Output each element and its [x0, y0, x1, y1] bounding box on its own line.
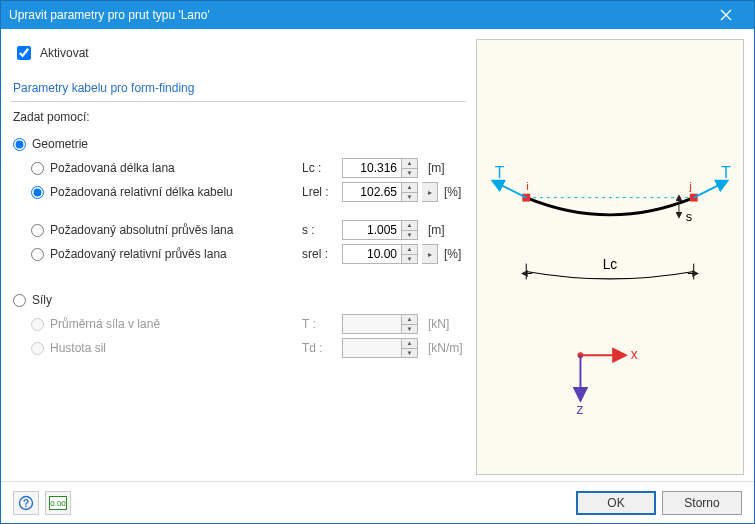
density-input: ▲▼ — [342, 338, 422, 358]
req-rel-len-more-button[interactable]: ▸ — [422, 182, 438, 202]
req-rel-len-label: Požadovaná relativní délka kabelu — [50, 185, 302, 199]
abs-sag-input[interactable]: ▲▼ — [342, 220, 422, 240]
geometry-radio[interactable] — [13, 138, 26, 151]
avg-force-input: ▲▼ — [342, 314, 422, 334]
help-icon: ? — [18, 495, 34, 511]
abs-sag-unit: [m] — [422, 223, 466, 237]
window-title: Upravit parametry pro prut typu 'Lano' — [9, 8, 706, 22]
density-radio — [31, 342, 44, 355]
dialog-window: Upravit parametry pro prut typu 'Lano' A… — [0, 0, 755, 524]
rel-sag-more-button[interactable]: ▸ — [422, 244, 438, 264]
rel-sag-row[interactable]: Požadovaný relativní průvěs lana srel : … — [13, 242, 466, 266]
svg-text:x: x — [631, 347, 638, 362]
svg-text:T: T — [495, 164, 505, 181]
abs-sag-radio[interactable] — [31, 224, 44, 237]
abs-sag-label: Požadovaný absolutní průvěs lana — [50, 223, 302, 237]
req-len-row[interactable]: Požadovaná délka lana Lc : ▲▼ [m] — [13, 156, 466, 180]
cable-diagram: i j T T s Lc x — [477, 40, 743, 493]
units-button[interactable]: 0.00 — [45, 491, 71, 515]
forces-radio[interactable] — [13, 294, 26, 307]
titlebar: Upravit parametry pro prut typu 'Lano' — [1, 1, 754, 29]
rel-sag-input[interactable]: ▲▼ — [342, 244, 422, 264]
req-len-radio[interactable] — [31, 162, 44, 175]
close-icon — [720, 9, 732, 21]
geometry-group: Geometrie Požadovaná délka lana Lc : ▲▼ … — [11, 128, 466, 270]
rel-sag-radio[interactable] — [31, 248, 44, 261]
left-panel: Aktivovat Parametry kabelu pro form-find… — [11, 39, 466, 475]
svg-text:s: s — [686, 209, 692, 224]
svg-line-5 — [694, 183, 724, 198]
content-area: Aktivovat Parametry kabelu pro form-find… — [1, 29, 754, 481]
activate-checkbox[interactable] — [17, 46, 31, 60]
req-rel-len-input[interactable]: ▲▼ — [342, 182, 422, 202]
req-rel-len-radio[interactable] — [31, 186, 44, 199]
density-row: Hustota sil Td : ▲▼ [kN/m] — [13, 336, 466, 360]
svg-text:0.00: 0.00 — [50, 499, 66, 508]
svg-text:?: ? — [23, 498, 29, 509]
svg-text:Lc: Lc — [603, 257, 618, 272]
ok-button[interactable]: OK — [576, 491, 656, 515]
units-icon: 0.00 — [49, 496, 67, 510]
close-button[interactable] — [706, 1, 746, 29]
svg-text:z: z — [576, 402, 583, 417]
forces-group: Síly Průměrná síla v laně T : ▲▼ [kN] — [11, 284, 466, 364]
abs-sag-symbol: s : — [302, 223, 342, 237]
spinner-arrows[interactable]: ▲▼ — [402, 220, 418, 240]
activate-label: Aktivovat — [40, 46, 89, 60]
diagram-panel: i j T T s Lc x — [476, 39, 744, 475]
forces-radio-row[interactable]: Síly — [13, 288, 466, 312]
avg-force-row: Průměrná síla v laně T : ▲▼ [kN] — [13, 312, 466, 336]
rel-sag-label: Požadovaný relativní průvěs lana — [50, 247, 302, 261]
svg-line-4 — [497, 183, 527, 198]
req-rel-len-row[interactable]: Požadovaná relativní délka kabelu Lrel :… — [13, 180, 466, 204]
help-button[interactable]: ? — [13, 491, 39, 515]
avg-force-symbol: T : — [302, 317, 342, 331]
geometry-label: Geometrie — [32, 137, 302, 151]
spinner-arrows[interactable]: ▲▼ — [402, 158, 418, 178]
cancel-button[interactable]: Storno — [662, 491, 742, 515]
spinner-arrows[interactable]: ▲▼ — [402, 182, 418, 202]
req-rel-len-field[interactable] — [342, 182, 402, 202]
spinner-arrows: ▲▼ — [402, 338, 418, 358]
svg-text:j: j — [688, 179, 692, 193]
avg-force-field — [342, 314, 402, 334]
section-title: Parametry kabelu pro form-finding — [11, 77, 466, 102]
avg-force-label: Průměrná síla v laně — [50, 317, 302, 331]
rel-sag-field[interactable] — [342, 244, 402, 264]
geometry-radio-row[interactable]: Geometrie — [13, 132, 466, 156]
forces-label: Síly — [32, 293, 302, 307]
req-len-field[interactable] — [342, 158, 402, 178]
density-symbol: Td : — [302, 341, 342, 355]
req-rel-len-symbol: Lrel : — [302, 185, 342, 199]
spinner-arrows[interactable]: ▲▼ — [402, 244, 418, 264]
req-len-symbol: Lc : — [302, 161, 342, 175]
abs-sag-row[interactable]: Požadovaný absolutní průvěs lana s : ▲▼ … — [13, 218, 466, 242]
density-label: Hustota sil — [50, 341, 302, 355]
avg-force-radio — [31, 318, 44, 331]
svg-text:i: i — [526, 179, 529, 193]
activate-checkbox-row[interactable]: Aktivovat — [11, 39, 466, 67]
avg-force-unit: [kN] — [422, 317, 466, 331]
density-field — [342, 338, 402, 358]
req-len-unit: [m] — [422, 161, 466, 175]
abs-sag-field[interactable] — [342, 220, 402, 240]
req-len-label: Požadovaná délka lana — [50, 161, 302, 175]
svg-text:T: T — [721, 164, 731, 181]
enter-by-label: Zadat pomocí: — [11, 102, 466, 128]
rel-sag-unit: [%] — [438, 247, 466, 261]
req-rel-len-unit: [%] — [438, 185, 466, 199]
rel-sag-symbol: srel : — [302, 247, 342, 261]
req-len-input[interactable]: ▲▼ — [342, 158, 422, 178]
spinner-arrows: ▲▼ — [402, 314, 418, 334]
density-unit: [kN/m] — [422, 341, 466, 355]
